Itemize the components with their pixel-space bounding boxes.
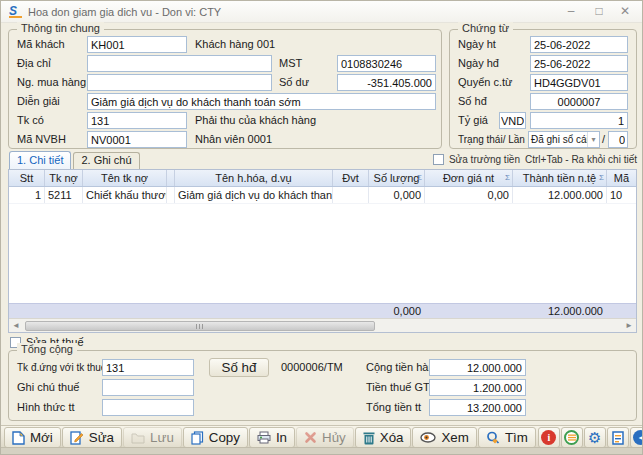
window-title: Hoa don giam gia dich vu - Don vi: CTY (28, 1, 221, 23)
cell-so-luong[interactable]: 0,000 (369, 187, 425, 203)
currency-input[interactable] (499, 112, 526, 129)
ng-mua-hang-label: Ng. mua hàng (17, 74, 86, 91)
dien-giai-label: Diễn giải (17, 93, 60, 110)
trang-thai-dropdown[interactable]: Đã ghi sổ cái ▾ (528, 131, 600, 148)
settings-button[interactable]: ⚙ (584, 427, 606, 448)
totals-group: Tổng cộng Tk đ.ứng với tk thuế Số hđ 000… (8, 350, 637, 421)
lan-in-separator: / (602, 131, 605, 148)
copy-button[interactable]: Copy (183, 427, 248, 448)
close-button[interactable]: ✕ (612, 1, 638, 22)
tong-tien-tt-input[interactable] (429, 399, 526, 416)
invoice-window: S Hoa don giam gia dich vu - Don vi: CTY… (0, 0, 643, 455)
col-header-thanh-tien[interactable]: Thành tiền n.tệ Σ (513, 170, 607, 186)
save-button[interactable]: Lưu (123, 427, 182, 448)
lan-in-input[interactable] (608, 131, 628, 148)
col-header-ma[interactable]: Mã (607, 170, 636, 186)
col-header-dvt[interactable]: Đvt (333, 170, 369, 186)
view-button-label: Xem (441, 430, 468, 445)
ng-mua-hang-input[interactable] (87, 74, 272, 91)
edit-button[interactable]: Sửa (62, 427, 122, 448)
tab-chi-tiet[interactable]: 1. Chi tiết (9, 151, 71, 169)
quyen-ctu-input[interactable] (530, 74, 628, 91)
table-header-row: Stt Tk nợ Tên tk nợ Tên h.hóa, d.vụ Đvt … (9, 170, 636, 187)
sigma-icon: Σ (505, 173, 510, 182)
tong-tien-tt-label: Tổng tiền tt (366, 399, 421, 416)
ngay-hd-label: Ngày hđ (458, 55, 499, 72)
tk-du-input[interactable] (102, 359, 194, 376)
dia-chi-input[interactable] (87, 55, 272, 72)
ty-gia-input[interactable] (530, 112, 628, 129)
so-hd-input[interactable] (530, 93, 628, 110)
save-button-label: Lưu (150, 430, 174, 445)
cong-tien-hang-input[interactable] (429, 359, 526, 376)
col-header-ten-tk-no[interactable]: Tên tk nợ (83, 170, 167, 186)
dien-giai-input[interactable] (87, 93, 436, 110)
col-header-tk-no[interactable]: Tk nợ (45, 170, 83, 186)
so-hd-button[interactable]: Số hđ (209, 358, 269, 377)
cell-don-gia[interactable]: 0,00 (425, 187, 513, 203)
report-button[interactable] (607, 427, 629, 448)
cell-ten-tk-no[interactable]: Chiết khấu thương mại (83, 187, 167, 203)
delete-button[interactable]: Xóa (355, 427, 412, 448)
grid-hint: Ctrl+Tab - Ra khỏi chi tiết (525, 154, 637, 165)
ngay-hd-input[interactable] (530, 55, 628, 72)
totals-spacer (83, 304, 167, 318)
cell-thanh-tien[interactable]: 12.000.000 (513, 187, 607, 203)
info-button[interactable]: i (538, 427, 560, 448)
scroll-right-icon[interactable]: ► (622, 319, 636, 332)
cell-ma[interactable]: 10 (607, 187, 636, 203)
col-header-ten-hh[interactable]: Tên h.hóa, d.vụ (175, 170, 333, 186)
print-button[interactable]: In (249, 427, 295, 448)
hinh-thuc-tt-input[interactable] (102, 399, 194, 416)
tien-thue-gtgt-input[interactable] (429, 379, 526, 396)
app-logo-icon: S (9, 5, 22, 18)
title-bar[interactable]: S Hoa don giam gia dich vu - Don vi: CTY… (1, 1, 642, 23)
scrollbar-thumb[interactable] (25, 321, 375, 331)
maximize-button[interactable]: □ (586, 1, 612, 22)
horizontal-scrollbar[interactable]: ◄ ► (9, 318, 636, 332)
col-header-divider (167, 170, 175, 186)
tab-ghi-chu[interactable]: 2. Ghi chú (73, 152, 139, 169)
ma-nvbh-input[interactable] (87, 131, 187, 148)
new-button[interactable]: Mới (4, 427, 61, 448)
search-icon (486, 431, 500, 445)
tk-du-label: Tk đ.ứng với tk thuế (17, 359, 106, 376)
bottom-toolbar: Mới Sửa Lưu Copy In Hủy Xóa Xem (1, 425, 642, 449)
so-du-input[interactable] (337, 74, 436, 91)
ma-khach-desc: Khách hàng 001 (195, 36, 275, 53)
mst-input[interactable] (337, 55, 436, 72)
totals-so-luong: 0,000 (369, 304, 425, 318)
scroll-left-icon[interactable]: ◄ (9, 319, 23, 332)
cell-dvt[interactable] (333, 187, 369, 203)
document-legend: Chứng từ (458, 22, 513, 34)
toolbar-nav-group: i ⚙ ◄ ◄ ► ► ? (537, 427, 643, 448)
first-record-button[interactable]: ◄ (630, 427, 643, 448)
find-button[interactable]: Tìm (478, 427, 536, 448)
col-header-stt[interactable]: Stt (9, 170, 45, 186)
list-button[interactable] (561, 427, 583, 448)
ma-khach-input[interactable] (87, 36, 187, 53)
table-row[interactable]: 1 5211 Chiết khấu thương mại Giảm giá dị… (9, 187, 636, 204)
ngay-ht-input[interactable] (530, 36, 628, 53)
trang-thai-label: Trạng thái/ Lần in (458, 131, 535, 148)
cell-stt[interactable]: 1 (9, 187, 45, 203)
minimize-button[interactable]: – (558, 1, 584, 22)
cell-ten-hh[interactable]: Giảm giá dịch vụ do khách thanh toán sớm (175, 187, 333, 203)
eye-icon (420, 432, 436, 443)
cell-tk-no[interactable]: 5211 (45, 187, 83, 203)
trang-thai-value: Đã ghi sổ cái (529, 134, 587, 145)
sua-truong-tien-checkbox[interactable] (433, 154, 444, 165)
edit-pencil-icon (70, 431, 84, 445)
cancel-button[interactable]: Hủy (296, 427, 354, 448)
so-du-label: Số dư (279, 74, 309, 91)
ghi-chu-thue-input[interactable] (102, 379, 194, 396)
print-button-label: In (276, 430, 287, 445)
ma-nvbh-label: Mã NVBH (17, 131, 66, 148)
cancel-button-label: Hủy (322, 430, 346, 445)
col-header-so-luong[interactable]: Số lượng Σ (369, 170, 425, 186)
tk-co-input[interactable] (87, 112, 187, 129)
view-button[interactable]: Xem (412, 427, 476, 448)
col-header-don-gia[interactable]: Đơn giá nt Σ (425, 170, 513, 186)
so-hd-label: Số hđ (458, 93, 487, 110)
col-header-thanh-tien-label: Thành tiền n.tệ (523, 172, 596, 184)
